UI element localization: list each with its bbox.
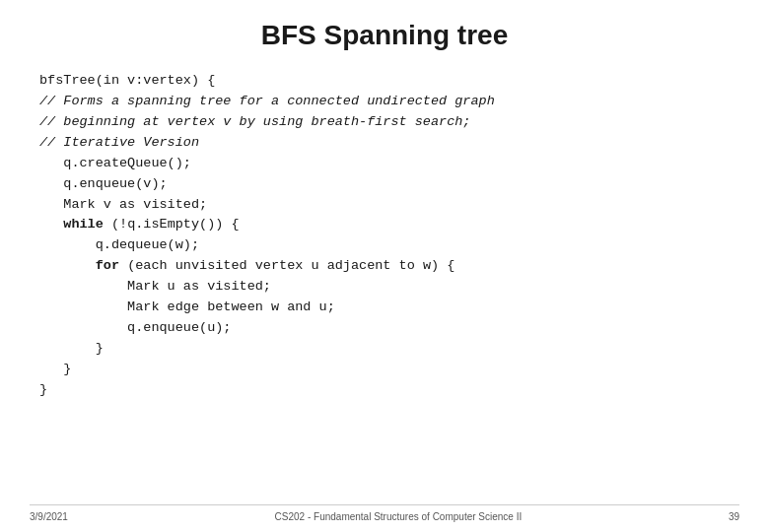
code-line-6: q.enqueue(v); xyxy=(39,174,739,195)
code-line-3: // beginning at vertex v by using breath… xyxy=(39,112,739,133)
code-line-4: // Iterative Version xyxy=(39,133,739,154)
footer-date: 3/9/2021 xyxy=(30,511,68,522)
code-block: bfsTree(in v:vertex) { // Forms a spanni… xyxy=(39,71,739,500)
footer-course: CS202 - Fundamental Structures of Comput… xyxy=(275,511,523,522)
code-line-13: q.enqueue(u); xyxy=(39,318,739,339)
code-line-7: Mark v as visited; xyxy=(39,195,739,216)
footer-page: 39 xyxy=(729,511,739,522)
code-line-15: } xyxy=(39,360,739,380)
code-line-1: bfsTree(in v:vertex) { xyxy=(39,71,739,92)
code-line-10: for (each unvisited vertex u adjacent to… xyxy=(39,256,739,277)
while-keyword: while xyxy=(63,217,104,232)
slide-title: BFS Spanning tree xyxy=(30,20,739,51)
code-line-14: } xyxy=(39,339,739,360)
code-line-9: q.dequeue(w); xyxy=(39,235,739,256)
code-line-12: Mark edge between w and u; xyxy=(39,298,739,318)
code-line-16: } xyxy=(39,380,739,401)
code-line-5: q.createQueue(); xyxy=(39,154,739,174)
footer: 3/9/2021 CS202 - Fundamental Structures … xyxy=(30,504,739,522)
code-line-11: Mark u as visited; xyxy=(39,277,739,298)
code-line-8: while (!q.isEmpty()) { xyxy=(39,215,739,235)
for-keyword: for xyxy=(96,258,119,273)
code-line-2: // Forms a spanning tree for a connected… xyxy=(39,92,739,112)
slide-container: BFS Spanning tree bfsTree(in v:vertex) {… xyxy=(0,0,769,532)
